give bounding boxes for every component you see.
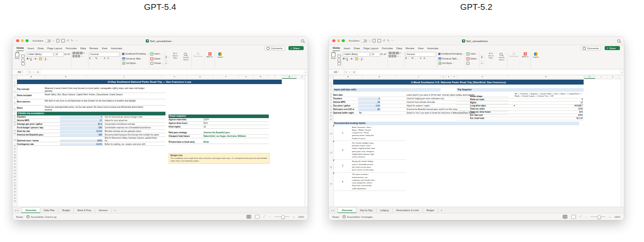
table-row[interactable]: Vehicle MPG 27 Adjust for your actual ca… [17,119,165,123]
assumption-value-cell[interactable]: $80 [60,134,103,136]
cell-styles-button[interactable]: Cell Styles⌄ [122,61,148,65]
formula-input[interactable] [356,69,620,75]
find-select-button[interactable]: Find & Select [497,52,506,68]
fill-icon[interactable]: ↓ [165,59,166,62]
sheet-tab-overview[interactable]: Overview [338,207,356,213]
row-header[interactable]: 13 [13,132,17,135]
wrap-text-icon[interactable]: ↩ [399,52,401,54]
row-header[interactable]: 2 [13,84,17,87]
currency-format-button[interactable]: $ [406,57,407,59]
copilot-button[interactable]: Copilot [532,52,539,59]
vertical-scrollbar[interactable] [621,75,624,207]
cut-icon[interactable] [21,55,25,58]
comments-button[interactable]: Comments [264,46,285,51]
fill-color-icon[interactable] [39,57,42,60]
table-row[interactable]: 3 Beatty (for Death Valley) and La Verki… [333,160,406,173]
row-header[interactable]: 8 [13,114,17,117]
decrease-decimal-icon[interactable]: ←.0 [418,57,421,59]
align-left-icon[interactable] [389,55,391,57]
table-row[interactable]: Hotel tax rate 15.0% Blended estimate ac… [17,130,165,133]
row-header[interactable]: 3 [13,87,17,93]
borders-icon[interactable]: ⊞ [34,58,36,60]
row-header[interactable]: 1 [13,79,17,84]
fit-view-icon[interactable]: ⤢ [580,215,582,218]
format-cells-button[interactable]: Format⌄ [150,61,163,65]
decrease-decimal-icon[interactable]: ←.0 [102,57,105,59]
search-icon[interactable] [617,39,620,42]
table-row[interactable]: Nights 13 [457,102,584,105]
row-header[interactable]: 17 [13,150,17,153]
row-header[interactable]: 25 [13,175,17,178]
more-icon[interactable]: ⋯ [75,39,78,42]
ribbon-tab[interactable]: Formulas [382,46,393,51]
input-value-cell[interactable]: No [358,112,381,115]
row-header[interactable]: 19 [13,157,17,160]
row-header[interactable]: 14 [329,135,333,154]
autosave-toggle[interactable] [45,39,51,42]
table-row[interactable]: Total est. miles 2935 [457,108,584,111]
align-top-icon[interactable] [389,52,392,54]
comments-button[interactable]: Comments [580,46,601,51]
row-header[interactable]: 22 [13,166,17,169]
accessibility-status[interactable]: Accessibility: Good to go [26,215,57,218]
minimize-window-button[interactable] [337,39,340,42]
italic-button[interactable]: I [29,58,30,60]
column-header[interactable]: C [87,75,162,79]
ribbon-tab[interactable]: View [102,46,107,51]
row-header[interactable]: 13 [329,121,333,135]
table-row[interactable]: Park pass strategy America the Beautiful… [169,129,269,135]
align-bottom-icon[interactable] [396,52,399,54]
sheet-tab[interactable]: Book & Prep [74,207,95,213]
column-header[interactable]: A [17,75,45,79]
zoom-in-button[interactable]: + [293,216,295,218]
column-header[interactable]: A [334,75,363,79]
font-name-select[interactable]: Calibri (Body)⌄ [27,52,54,57]
merge-center-icon[interactable]: ⇔ [80,55,83,57]
font-name-select[interactable]: Calibri (Body)⌄ [343,52,370,57]
ribbon-tab-home[interactable]: Home [17,45,24,51]
shrink-font-icon[interactable]: A˅ [384,53,386,55]
ribbon-tab[interactable]: Automate [427,46,438,51]
share-button[interactable]: ⇧Share⌄ [288,46,304,50]
sheet-tab[interactable]: Budget [423,207,438,213]
row-header[interactable]: 28 [13,184,17,187]
close-window-button[interactable] [16,39,19,42]
add-sheet-button[interactable]: + [438,207,445,213]
align-right-icon[interactable] [394,55,396,57]
select-all-corner[interactable] [13,75,17,79]
ribbon-tab[interactable]: Page Layout [364,46,378,51]
row-header[interactable]: 23 [13,169,17,172]
inputs-header[interactable]: Inputs (edit blue cells) [333,88,441,92]
autosave-toggle[interactable] [361,39,367,42]
number-format-select[interactable]: General⌄ [89,52,120,57]
booking-rhythm-header[interactable]: Recommended booking rhythm [333,122,579,125]
table-row[interactable]: Cheapest hotel bases Bakersfield, Las Ve… [169,135,269,138]
enter-icon[interactable]: ✓ [349,71,351,73]
save-icon[interactable] [56,39,60,42]
clear-icon[interactable]: ◇ [165,62,167,64]
select-all-corner[interactable] [329,75,334,79]
bold-button[interactable]: B [27,58,28,60]
sensitivity-button[interactable]: Sensitivity⌄ [508,52,519,61]
ribbon-tab[interactable]: Review [406,46,414,51]
font-color-icon[interactable]: A [45,58,46,60]
cancel-icon[interactable]: ✕ [29,71,31,73]
paste-button[interactable]: Paste [14,52,21,68]
copy-icon[interactable] [21,59,25,62]
table-row[interactable]: Average gas price / gallon $4.3 Conserva… [17,123,165,126]
table-row[interactable]: Parks en route 9 [457,98,584,102]
percent-format-button[interactable]: % [411,57,413,59]
name-box[interactable]: J52˄˅ [13,69,28,75]
assumption-value-cell[interactable]: 2 [60,116,103,119]
row-header[interactable]: 10 [13,120,17,123]
column-header[interactable]: G [239,75,254,79]
column-header[interactable]: B [363,75,396,79]
next-sheet-icon[interactable]: ▸ [334,209,335,212]
row-header[interactable]: 7 [13,110,17,114]
sheet-tab[interactable]: Budget [59,207,74,213]
row-header[interactable]: 12 [329,117,333,121]
format-as-table-button[interactable]: Format as Table⌄ [122,57,148,61]
underline-button[interactable]: U [30,58,32,60]
row-header[interactable]: 11 [13,123,17,127]
merge-center-icon[interactable]: ⇔ [397,55,399,57]
